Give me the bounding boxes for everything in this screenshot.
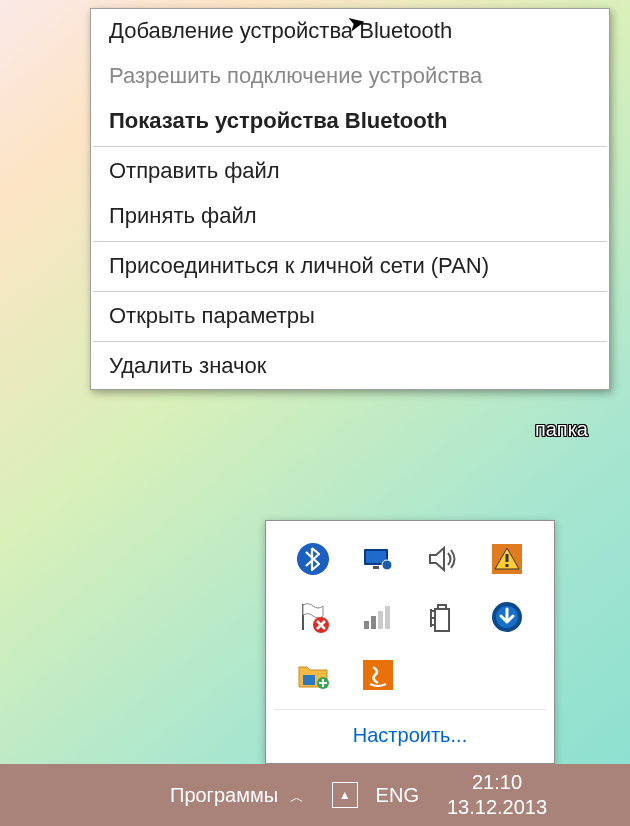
language-indicator[interactable]: ENG	[376, 784, 419, 807]
warning-icon[interactable]	[487, 539, 527, 579]
svg-rect-7	[505, 564, 508, 567]
chevron-up-icon: ︿	[290, 789, 304, 805]
java-icon[interactable]	[358, 655, 398, 695]
tray-icon-grid	[274, 529, 546, 709]
taskbar: Программы ︿ ▲ ENG 21:10 13.12.2013	[0, 764, 630, 826]
menu-show-devices[interactable]: Показать устройства Bluetooth	[91, 99, 609, 144]
clock-time: 21:10	[472, 770, 522, 795]
svg-rect-9	[364, 621, 369, 629]
svg-rect-12	[385, 606, 390, 629]
menu-add-device[interactable]: Добавление устройства Bluetooth	[91, 9, 609, 54]
menu-send-file[interactable]: Отправить файл	[91, 149, 609, 194]
menu-separator	[93, 146, 607, 147]
volume-icon[interactable]	[422, 539, 462, 579]
menu-join-pan[interactable]: Присоединиться к личной сети (PAN)	[91, 244, 609, 289]
svg-rect-10	[371, 616, 376, 629]
clock-date: 13.12.2013	[447, 795, 547, 820]
flag-error-icon[interactable]	[293, 597, 333, 637]
svg-rect-6	[505, 554, 508, 562]
menu-separator	[93, 341, 607, 342]
tray-customize-link[interactable]: Настроить...	[274, 709, 546, 763]
menu-open-settings[interactable]: Открыть параметры	[91, 294, 609, 339]
bluetooth-icon[interactable]	[293, 539, 333, 579]
download-icon[interactable]	[487, 597, 527, 637]
display-icon[interactable]	[358, 539, 398, 579]
taskbar-programs-button[interactable]: Программы ︿	[170, 784, 304, 807]
desktop: папка Добавление устройства Bluetooth Ра…	[0, 0, 630, 826]
show-hidden-icons-button[interactable]: ▲	[332, 782, 358, 808]
menu-separator	[93, 291, 607, 292]
menu-allow-connection: Разрешить подключение устройства	[91, 54, 609, 99]
menu-separator	[93, 241, 607, 242]
notification-area-popup: Настроить...	[265, 520, 555, 764]
folder-icon[interactable]	[293, 655, 333, 695]
svg-point-4	[382, 560, 392, 570]
svg-rect-13	[435, 609, 449, 631]
svg-rect-11	[378, 611, 383, 629]
svg-rect-2	[366, 551, 386, 563]
bluetooth-context-menu: Добавление устройства Bluetooth Разрешит…	[90, 8, 610, 390]
svg-rect-16	[303, 675, 315, 685]
menu-receive-file[interactable]: Принять файл	[91, 194, 609, 239]
taskbar-programs-label: Программы	[170, 784, 278, 806]
signal-icon[interactable]	[358, 597, 398, 637]
triangle-up-icon: ▲	[339, 788, 351, 802]
menu-remove-icon[interactable]: Удалить значок	[91, 344, 609, 389]
svg-rect-3	[373, 566, 379, 569]
battery-icon[interactable]	[422, 597, 462, 637]
desktop-folder-label[interactable]: папка	[535, 418, 588, 441]
clock[interactable]: 21:10 13.12.2013	[447, 770, 547, 820]
